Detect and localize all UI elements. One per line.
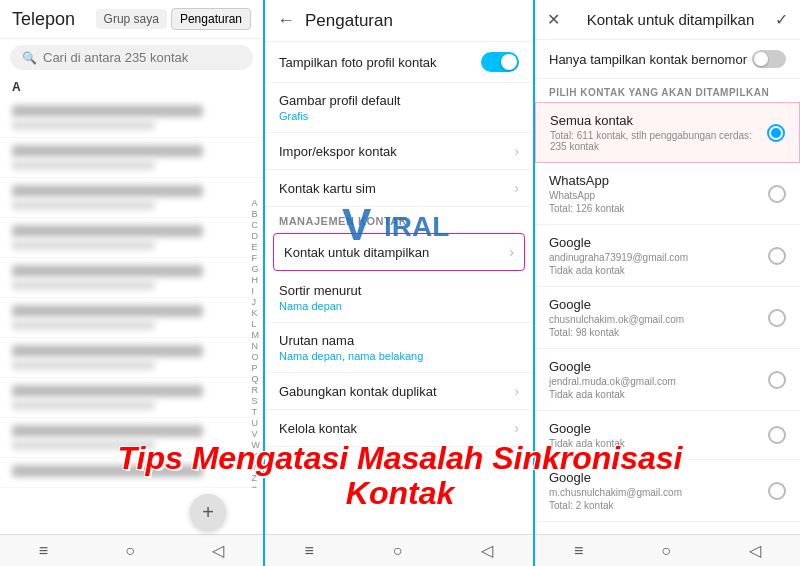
panel3-close-icon[interactable]: ✕ — [547, 10, 560, 29]
filter-item-google4[interactable]: Google Tidak ada kontak — [535, 411, 800, 460]
back-icon[interactable]: ◁ — [749, 541, 761, 560]
google5-sub1: m.chusnulchakim@gmail.com — [549, 487, 768, 498]
list-item[interactable] — [0, 218, 263, 258]
sortir-label: Sortir menurut — [279, 283, 519, 298]
urutan-label: Urutan nama — [279, 333, 519, 348]
add-contact-fab[interactable]: + — [190, 494, 226, 530]
list-item[interactable] — [0, 98, 263, 138]
panel3-nav-bar: ≡ ○ ◁ — [535, 534, 800, 566]
list-item[interactable] — [0, 458, 263, 488]
radio-semua[interactable] — [767, 124, 785, 142]
semua-label: Semua kontak — [550, 113, 767, 128]
panel-contacts: Telepon Grup saya Pengaturan 🔍 A — [0, 0, 265, 566]
section-a-label: A — [0, 76, 263, 98]
filter-item-google1[interactable]: Google andinugraha73919@gmail.com Tidak … — [535, 225, 800, 287]
panel1-top-buttons: Grup saya Pengaturan — [96, 8, 251, 30]
settings-item-sim[interactable]: Kontak kartu sim › — [265, 170, 533, 207]
alpha-sidebar: A B C D E F G H I J K L M N O P Q R S T — [249, 198, 264, 488]
back-icon[interactable]: ◁ — [212, 541, 224, 560]
chevron-icon: › — [514, 143, 519, 159]
settings-item-gabungkan[interactable]: Gabungkan kontak duplikat › — [265, 373, 533, 410]
add-icon: + — [202, 501, 214, 524]
panel2-nav-bar: ≡ ○ ◁ — [265, 534, 533, 566]
home-icon[interactable]: ○ — [125, 542, 135, 560]
list-item[interactable] — [0, 418, 263, 458]
radio-whatsapp[interactable] — [768, 185, 786, 203]
list-item[interactable] — [0, 258, 263, 298]
search-icon: 🔍 — [22, 51, 37, 65]
google4-sub2: Tidak ada kontak — [549, 438, 768, 449]
chevron-icon: › — [509, 244, 514, 260]
list-item[interactable] — [0, 138, 263, 178]
google2-label: Google — [549, 297, 768, 312]
settings-item-sortir[interactable]: Sortir menurut Nama depan — [265, 273, 533, 323]
pengaturan-button[interactable]: Pengaturan — [171, 8, 251, 30]
back-icon[interactable]: ◁ — [481, 541, 493, 560]
search-input[interactable] — [43, 50, 241, 65]
default-photo-label: Gambar profil default — [279, 93, 519, 108]
filter-item-whatsapp[interactable]: WhatsApp WhatsApp Total: 126 kontak — [535, 163, 800, 225]
settings-item-toggle-photo[interactable]: Tampilkan foto profil kontak — [265, 42, 533, 83]
menu-icon[interactable]: ≡ — [574, 542, 583, 560]
list-item[interactable] — [0, 378, 263, 418]
panel2-header: ← Pengaturan — [265, 0, 533, 42]
contact-display-list: Semua kontak Total: 611 kontak, stlh pen… — [535, 102, 800, 534]
settings-item-kelola[interactable]: Kelola kontak › — [265, 410, 533, 447]
filter-item-google3[interactable]: Google jendral.muda.ok@gmail.com Tidak a… — [535, 349, 800, 411]
panel2-title: Pengaturan — [305, 11, 521, 31]
google2-sub2: Total: 98 kontak — [549, 327, 768, 338]
chevron-icon: › — [514, 180, 519, 196]
settings-item-kontak-ditampilkan[interactable]: Kontak untuk ditampilkan › — [273, 233, 525, 271]
semua-sub: Total: 611 kontak, stlh penggabungan cer… — [550, 130, 767, 152]
radio-google4[interactable] — [768, 426, 786, 444]
radio-google1[interactable] — [768, 247, 786, 265]
menu-icon[interactable]: ≡ — [304, 542, 313, 560]
panel1-title: Telepon — [12, 9, 75, 30]
contact-list: A B C D E F G H I J K L M N O P Q R S T — [0, 98, 263, 488]
whatsapp-label: WhatsApp — [549, 173, 768, 188]
only-numbered-toggle[interactable] — [752, 50, 786, 68]
grup-saya-button[interactable]: Grup saya — [96, 9, 167, 29]
google2-sub1: chusnulchakim.ok@gmail.com — [549, 314, 768, 325]
panel1-nav-bar: ≡ ○ ◁ — [0, 534, 263, 566]
home-icon[interactable]: ○ — [393, 542, 403, 560]
pilih-label: PILIH KONTAK YANG AKAN DITAMPILKAN — [535, 79, 800, 102]
settings-item-urutan[interactable]: Urutan nama Nama depan, nama belakang — [265, 323, 533, 373]
radio-google5[interactable] — [768, 482, 786, 500]
filter-item-google2[interactable]: Google chusnulchakim.ok@gmail.com Total:… — [535, 287, 800, 349]
default-photo-sub: Grafis — [279, 110, 519, 122]
google3-sub2: Tidak ada kontak — [549, 389, 768, 400]
panel3-check-icon[interactable]: ✓ — [775, 10, 788, 29]
radio-google2[interactable] — [768, 309, 786, 327]
google3-label: Google — [549, 359, 768, 374]
panel-settings: ← Pengaturan Tampilkan foto profil konta… — [265, 0, 535, 566]
panel2-back-icon[interactable]: ← — [277, 10, 295, 31]
toggle-photo-label: Tampilkan foto profil kontak — [279, 55, 481, 70]
menu-icon[interactable]: ≡ — [39, 542, 48, 560]
filter-only-numbered[interactable]: Hanya tampilkan kontak bernomor — [535, 40, 800, 79]
filter-item-google5[interactable]: Google m.chusnulchakim@gmail.com Total: … — [535, 460, 800, 522]
chevron-icon: › — [514, 383, 519, 399]
settings-item-import[interactable]: Impor/ekspor kontak › — [265, 133, 533, 170]
toggle-photo-switch[interactable] — [481, 52, 519, 72]
manajemen-section-header: MANAJEMEN KONTAK — [265, 207, 533, 231]
panel-contact-display: ✕ Kontak untuk ditampilkan ✓ Hanya tampi… — [535, 0, 800, 566]
panel1-header: Telepon Grup saya Pengaturan — [0, 0, 263, 39]
settings-item-default-photo[interactable]: Gambar profil default Grafis — [265, 83, 533, 133]
kontak-ditampilkan-label: Kontak untuk ditampilkan — [284, 245, 509, 260]
home-icon[interactable]: ○ — [661, 542, 671, 560]
list-item[interactable] — [0, 298, 263, 338]
list-item[interactable] — [0, 178, 263, 218]
sim-label: Kontak kartu sim — [279, 181, 514, 196]
filter-item-semua[interactable]: Semua kontak Total: 611 kontak, stlh pen… — [535, 102, 800, 163]
sortir-sub: Nama depan — [279, 300, 519, 312]
list-item[interactable] — [0, 338, 263, 378]
search-bar[interactable]: 🔍 — [10, 45, 253, 70]
whatsapp-sub2: Total: 126 kontak — [549, 203, 768, 214]
google1-sub2: Tidak ada kontak — [549, 265, 768, 276]
google5-label: Google — [549, 470, 768, 485]
google1-label: Google — [549, 235, 768, 250]
radio-google3[interactable] — [768, 371, 786, 389]
chevron-icon: › — [514, 420, 519, 436]
only-numbered-label: Hanya tampilkan kontak bernomor — [549, 52, 752, 67]
